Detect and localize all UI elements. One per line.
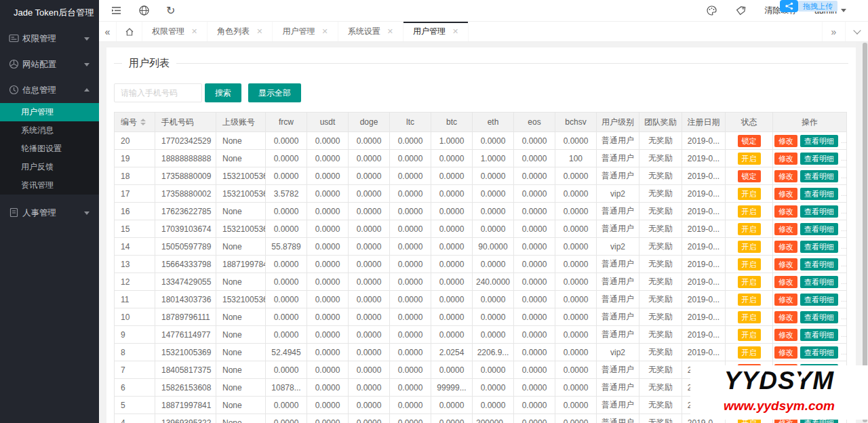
edit-button[interactable]: 修改 [774,241,797,253]
table-cell: 0.0000 [307,361,349,379]
table-row: 914776114977None0.00000.00000.00000.0000… [115,326,847,344]
table-cell: 0.0000 [431,291,473,308]
open-status-button[interactable]: 开启 [738,188,761,200]
sidebar-item-hr-management[interactable]: 人事管理 [0,200,99,226]
theme-palette-icon[interactable] [706,5,717,16]
table-cell: 0.0000 [431,256,473,273]
edit-button[interactable]: 修改 [774,258,797,270]
table-cell: 15321005369 [216,220,266,238]
table-cell: 0.0000 [307,326,349,344]
open-status-button[interactable]: 开启 [738,311,761,323]
sidebar-item-system-messages[interactable]: 系统消息 [0,121,99,140]
table-cell: 0.0000 [555,361,597,379]
tab-user-management-1[interactable]: 用户管理✕ [273,22,338,41]
tabs-menu-button[interactable] [845,22,868,41]
view-detail-button[interactable]: 查看明细 [800,241,838,253]
table-cell: 0.0000 [349,256,390,273]
sidebar-item-user-management[interactable]: 用户管理 [0,103,99,121]
view-detail-button[interactable]: 查看明细 [800,135,838,147]
drag-upload-widget[interactable]: 拖拽上传 [780,0,837,12]
home-tab[interactable] [117,22,142,41]
column-header: ltc [390,113,431,132]
table-cell: 无奖励 [639,220,682,238]
table-cell: 0.0000 [473,256,514,273]
sidebar-item-carousel-settings[interactable]: 轮播图设置 [0,140,99,158]
collapse-sidebar-icon[interactable] [111,5,122,16]
view-detail-button[interactable]: 查看明细 [800,153,838,165]
edit-button[interactable]: 修改 [774,205,797,218]
open-status-button[interactable]: 开启 [738,241,761,253]
sidebar-item-site-config[interactable]: 网站配置 [0,52,99,77]
table-cell: 0.0000 [555,308,597,326]
sidebar-item-permissions[interactable]: 权限管理 [0,26,99,52]
open-status-button[interactable]: 开启 [738,205,761,218]
table-row: 1617623622785None0.00000.00000.00000.000… [115,203,847,220]
view-detail-button[interactable]: 查看明细 [800,258,838,270]
tab-permissions[interactable]: 权限管理✕ [142,22,208,41]
edit-button[interactable]: 修改 [774,329,797,341]
edit-button[interactable]: 修改 [774,135,797,147]
view-detail-button[interactable]: 查看明细 [800,346,838,359]
globe-icon[interactable] [138,5,150,16]
tabs-scroll-left-button[interactable]: « [99,22,117,41]
open-status-button[interactable]: 开启 [738,294,761,306]
table-cell: 普通用户 [597,150,639,167]
open-status-button[interactable]: 开启 [738,153,761,165]
lock-status-button[interactable]: 锁定 [738,135,761,147]
open-status-button[interactable]: 开启 [738,329,761,341]
table-cell: 10 [115,308,155,326]
table-cell: 0.0000 [473,308,514,326]
column-header[interactable]: 编号 [115,113,155,132]
edit-button[interactable]: 修改 [774,223,797,235]
edit-button[interactable]: 修改 [774,346,797,359]
refresh-icon[interactable]: ↻ [166,5,175,16]
close-icon[interactable]: ✕ [256,27,262,36]
edit-button[interactable]: 修改 [774,170,797,182]
search-button[interactable]: 搜索 [205,83,241,102]
tab-role-list[interactable]: 角色列表✕ [208,22,273,41]
view-detail-button[interactable]: 查看明细 [800,294,838,306]
table-cell: 0.0000 [349,220,390,238]
table-cell: 0.0000 [514,150,555,167]
close-icon[interactable]: ✕ [191,27,197,36]
open-status-button[interactable]: 开启 [738,346,761,359]
open-status-button[interactable]: 开启 [738,258,761,270]
open-status-button[interactable]: 开启 [738,223,761,235]
tabs-scroll-right-button[interactable]: » [822,22,845,41]
tag-icon[interactable] [735,5,747,16]
close-icon[interactable]: ✕ [321,27,328,36]
view-detail-button[interactable]: 查看明细 [800,223,838,235]
close-icon[interactable]: ✕ [452,27,458,36]
phone-search-input[interactable] [114,83,202,102]
table-cell: 52.4945 [266,344,307,361]
edit-button[interactable]: 修改 [774,188,797,200]
sort-icon[interactable] [140,119,146,125]
sidebar-item-news-management[interactable]: 资讯管理 [0,176,99,195]
sidebar-item-user-feedback[interactable]: 用户反馈 [0,158,99,176]
view-detail-button[interactable]: 查看明细 [800,170,838,182]
edit-button[interactable]: 修改 [774,276,797,288]
tab-system-settings[interactable]: 系统设置✕ [338,22,403,41]
close-icon[interactable]: ✕ [387,27,393,36]
more-ellipsis: ... [841,154,847,162]
sub-item-label: 轮播图设置 [21,144,62,153]
view-detail-button[interactable]: 查看明细 [800,188,838,200]
table-cell: 18871997841 [155,397,216,414]
show-all-button[interactable]: 显示全部 [248,83,301,102]
edit-button[interactable]: 修改 [774,294,797,306]
lock-status-button[interactable]: 锁定 [738,170,761,182]
view-detail-button[interactable]: 查看明细 [800,311,838,323]
view-detail-button[interactable]: 查看明细 [800,205,838,218]
table-cell: 0.0000 [431,238,473,256]
table-cell: 3.5782 [266,185,307,203]
sidebar-item-info-management[interactable]: 信息管理 [0,77,99,103]
table-cell: 无奖励 [639,397,682,414]
view-detail-button[interactable]: 查看明细 [800,276,838,288]
sidebar-item-label: 网站配置 [22,60,56,69]
edit-button[interactable]: 修改 [774,311,797,323]
edit-button[interactable]: 修改 [774,153,797,165]
view-detail-button[interactable]: 查看明细 [800,329,838,341]
table-cell: 0.0000 [390,414,431,423]
open-status-button[interactable]: 开启 [738,276,761,288]
tab-user-management-active[interactable]: 用户管理✕ [403,22,469,41]
